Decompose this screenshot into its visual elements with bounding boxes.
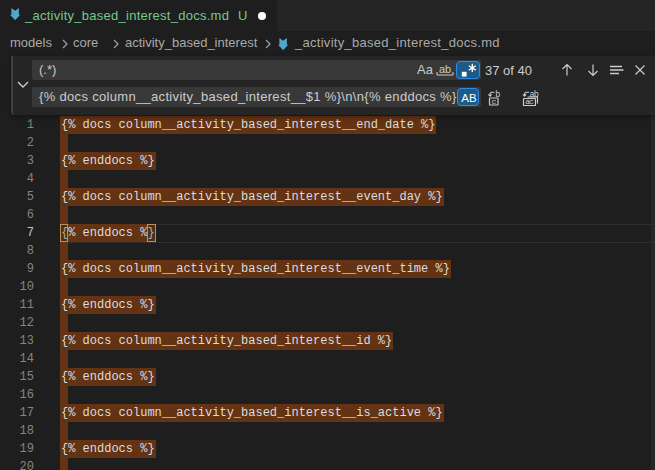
- svg-text:ac: ac: [525, 97, 534, 106]
- svg-text:c: c: [492, 97, 497, 106]
- svg-text:ab: ab: [439, 63, 451, 75]
- svg-text:AB: AB: [461, 92, 477, 104]
